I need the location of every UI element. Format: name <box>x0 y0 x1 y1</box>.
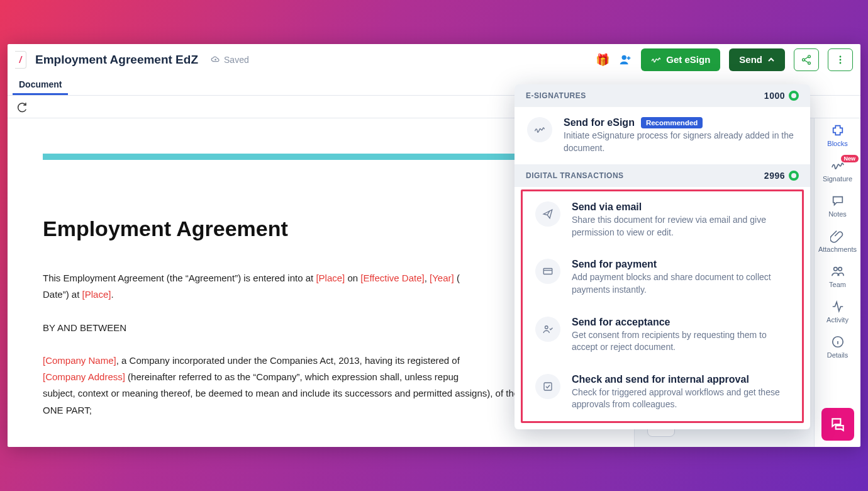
app-logo-icon[interactable]: / <box>15 51 26 69</box>
card-icon <box>542 266 554 277</box>
paperclip-icon <box>830 229 844 243</box>
signature-icon <box>534 124 545 135</box>
section-esignatures-label: E-SIGNATURES <box>526 91 586 100</box>
placeholder-place-2[interactable]: [Place] <box>82 289 111 300</box>
menu-send-acceptance[interactable]: Send for acceptance Get consent from rec… <box>523 307 802 364</box>
rail-attachments[interactable]: Attachments <box>818 229 857 253</box>
send-label: Send <box>739 54 762 65</box>
rail-signature-label: Signature <box>823 175 852 183</box>
credit-ring-icon <box>789 91 799 101</box>
get-esign-button[interactable]: Get eSign <box>641 48 720 71</box>
menu-send-email-desc: Share this document for review via email… <box>572 214 789 239</box>
rail-details[interactable]: Details <box>827 335 849 359</box>
document-title[interactable]: Employment Agreement EdZ <box>35 53 198 67</box>
svg-rect-12 <box>544 383 552 390</box>
svg-point-8 <box>838 268 842 271</box>
rail-team-label: Team <box>829 281 846 288</box>
more-menu-button[interactable] <box>828 48 853 71</box>
info-icon <box>831 335 845 349</box>
company-paragraph: [Company Name], a Company incorporated u… <box>43 353 540 419</box>
rail-activity-label: Activity <box>826 316 849 324</box>
send-button[interactable]: Send <box>729 48 785 71</box>
menu-send-acceptance-desc: Get consent from recipients by requestin… <box>572 329 789 354</box>
menu-send-approval-title: Check and send for internal approval <box>572 374 789 385</box>
menu-send-acceptance-title: Send for acceptance <box>572 317 789 328</box>
share-icon <box>801 54 812 65</box>
rail-details-label: Details <box>827 351 849 359</box>
saved-status: Saved <box>211 55 249 65</box>
chat-fab[interactable] <box>821 408 854 441</box>
section-dt-label: DIGITAL TRANSACTIONS <box>526 171 624 180</box>
user-check-icon <box>542 324 554 335</box>
menu-send-esign-title: Send for eSign <box>564 117 635 128</box>
recommended-badge: Recommended <box>641 117 703 128</box>
puzzle-icon <box>831 123 845 137</box>
gift-icon[interactable]: 🎁 <box>596 53 609 67</box>
placeholder-address[interactable]: [Company Address] <box>43 371 125 382</box>
menu-send-payment-title: Send for payment <box>572 259 789 270</box>
rail-notes-label: Notes <box>828 210 847 218</box>
dt-credits: 2996 <box>764 171 799 181</box>
get-esign-label: Get eSign <box>666 54 710 65</box>
menu-send-payment[interactable]: Send for payment Add payment blocks and … <box>523 249 802 306</box>
tab-document[interactable]: Document <box>13 76 68 95</box>
topbar: / Employment Agreement EdZ Saved 🎁 Get e… <box>8 44 860 76</box>
team-icon <box>831 264 845 278</box>
svg-point-7 <box>833 268 837 271</box>
rail-team[interactable]: Team <box>829 264 846 288</box>
menu-send-email-title: Send via email <box>572 201 789 213</box>
placeholder-date[interactable]: [Effective Date] <box>360 273 424 283</box>
send-dropdown: E-SIGNATURES 1000 Send for eSignRecommen… <box>515 84 810 429</box>
menu-send-approval-desc: Check for triggered approval workflows a… <box>572 387 789 411</box>
rail-activity[interactable]: Activity <box>826 300 849 324</box>
activity-icon <box>831 300 845 313</box>
between-line: BY AND BETWEEN <box>43 320 540 336</box>
paper-plane-icon <box>542 208 554 220</box>
check-square-icon <box>542 381 554 392</box>
menu-send-payment-desc: Add payment blocks and share document to… <box>572 271 789 296</box>
rail-blocks-label: Blocks <box>827 140 847 147</box>
placeholder-year[interactable]: [Year] <box>430 273 454 283</box>
section-esignatures: E-SIGNATURES 1000 <box>515 84 810 107</box>
rail-blocks[interactable]: Blocks <box>827 123 847 147</box>
signature-icon <box>651 55 661 64</box>
menu-send-esign-desc: Initiate eSignature process for signers … <box>564 130 798 154</box>
redo-icon[interactable] <box>16 101 28 113</box>
chat-bubbles-icon <box>830 416 846 432</box>
intro-paragraph: This Employment Agreement (the “Agreemen… <box>43 270 540 303</box>
app-window: / Employment Agreement EdZ Saved 🎁 Get e… <box>8 44 860 447</box>
saved-label: Saved <box>224 55 249 65</box>
cloud-saved-icon <box>211 55 220 64</box>
menu-send-email[interactable]: Send via email Share this document for r… <box>523 191 802 249</box>
placeholder-company[interactable]: [Company Name] <box>43 355 116 366</box>
highlighted-options: Send via email Share this document for r… <box>521 189 804 423</box>
svg-point-6 <box>840 62 842 64</box>
svg-point-4 <box>840 55 842 57</box>
side-rail: Blocks New Signature Notes Attachments <box>814 118 860 447</box>
svg-point-0 <box>622 55 626 59</box>
svg-point-5 <box>840 59 842 60</box>
rail-attachments-label: Attachments <box>818 246 857 253</box>
menu-send-esign[interactable]: Send for eSignRecommended Initiate eSign… <box>515 107 810 164</box>
menu-send-approval[interactable]: Check and send for internal approval Che… <box>523 364 802 421</box>
credit-ring-icon <box>789 171 799 181</box>
rail-notes[interactable]: Notes <box>828 194 847 218</box>
placeholder-place[interactable]: [Place] <box>316 273 345 283</box>
svg-rect-10 <box>543 269 552 274</box>
add-user-icon[interactable] <box>618 53 632 67</box>
section-digital-transactions: DIGITAL TRANSACTIONS 2996 <box>515 164 810 187</box>
chevron-up-icon <box>767 56 775 64</box>
dots-vertical-icon <box>835 55 845 65</box>
rail-signature[interactable]: New Signature <box>823 159 852 183</box>
share-button[interactable] <box>794 48 819 71</box>
svg-point-11 <box>545 325 548 329</box>
esign-credits: 1000 <box>764 91 799 101</box>
chat-icon <box>831 194 845 208</box>
new-badge: New <box>841 155 859 162</box>
